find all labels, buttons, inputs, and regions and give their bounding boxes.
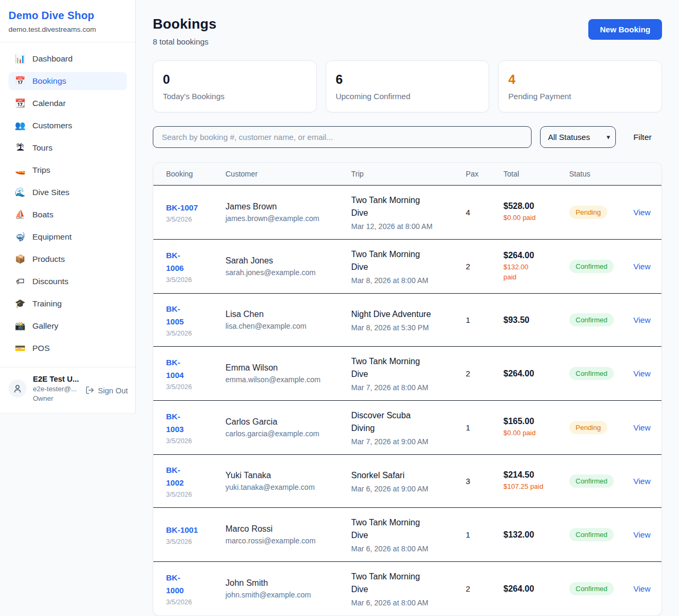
- camera-icon: 📸: [15, 322, 25, 330]
- sign-out-button[interactable]: Sign Out: [85, 386, 128, 395]
- booking-id-link[interactable]: BK-1007: [166, 201, 198, 214]
- stat-label: Upcoming Confirmed: [336, 92, 480, 101]
- sidebar-item-tours[interactable]: 🏝 Tours: [8, 139, 127, 157]
- booking-id-link[interactable]: BK-1001: [166, 524, 198, 536]
- pax-cell: 1: [466, 415, 503, 441]
- trip-cell: Two Tank Morning Dive Mar 6, 2026 at 8:0…: [351, 508, 466, 561]
- paid-amount: $107.25 paid: [503, 482, 564, 492]
- trip-name: Two Tank Morning Dive: [351, 355, 460, 381]
- new-booking-button[interactable]: New Booking: [588, 19, 662, 40]
- view-link[interactable]: View: [633, 584, 650, 593]
- sailboat-icon: ⛵: [15, 210, 25, 219]
- stat-value: 4: [508, 72, 652, 87]
- total-cell: $264.00: [503, 360, 569, 387]
- booking-date: 3/5/2026: [166, 437, 220, 445]
- table-body: BK-1007 3/5/2026 James Brown james.brown…: [153, 186, 661, 615]
- view-cell: View: [633, 307, 661, 333]
- booking-id-link[interactable]: BK- 1003: [166, 410, 184, 435]
- sidebar-item-boats[interactable]: ⛵ Boats: [8, 206, 127, 224]
- sidebar-item-dive-sites[interactable]: 🌊 Dive Sites: [8, 183, 127, 201]
- booking-date: 3/5/2026: [166, 599, 220, 606]
- booking-id-link[interactable]: BK- 1000: [166, 571, 184, 596]
- sidebar-item-equipment[interactable]: 🤿 Equipment: [8, 228, 127, 246]
- sidebar-item-trips[interactable]: 🚤 Trips: [8, 161, 127, 179]
- customer-name: Lisa Chen: [225, 310, 346, 319]
- total-amount: $264.00: [503, 369, 564, 379]
- customer-cell: James Brown james.brown@example.com: [225, 193, 351, 231]
- view-cell: View: [633, 522, 661, 548]
- view-link[interactable]: View: [633, 315, 650, 324]
- filter-row: All Statuses ▾ Filter: [153, 126, 662, 148]
- view-cell: View: [633, 468, 661, 494]
- total-amount: $165.00: [503, 417, 564, 426]
- total-cell: $264.00 $132.00 paid: [503, 242, 569, 291]
- total-cell: $132.00: [503, 522, 569, 548]
- trip-cell: Two Tank Morning Dive Mar 6, 2026 at 8:0…: [351, 562, 466, 615]
- sidebar-item-dashboard[interactable]: 📊 Dashboard: [8, 50, 127, 68]
- island-icon: 🏝: [15, 144, 25, 152]
- status-cell: Pending: [569, 412, 633, 443]
- status-cell: Pending: [569, 197, 633, 227]
- booking-date: 3/5/2026: [166, 276, 220, 284]
- booking-id-link[interactable]: BK- 1005: [166, 303, 184, 328]
- view-link[interactable]: View: [633, 477, 650, 486]
- sidebar-item-customers[interactable]: 👥 Customers: [8, 117, 127, 135]
- sidebar-item-calendar[interactable]: 📆 Calendar: [8, 94, 127, 112]
- customer-cell: Yuki Tanaka yuki.tanaka@example.com: [225, 462, 351, 500]
- customer-name: Marco Rossi: [225, 524, 346, 534]
- trip-datetime: Mar 6, 2026 at 8:00 AM: [351, 599, 460, 607]
- booking-id-link[interactable]: BK- 1002: [166, 464, 184, 489]
- booking-cell: BK- 1005 3/5/2026: [166, 294, 225, 346]
- trip-cell: Snorkel Safari Mar 6, 2026 at 9:00 AM: [351, 461, 466, 501]
- total-cell: $264.00: [503, 576, 569, 602]
- customer-cell: Carlos Garcia carlos.garcia@example.com: [225, 409, 351, 446]
- sidebar-nav: 📊 Dashboard 📅 Bookings 📆 Calendar 👥 Cust…: [0, 42, 135, 367]
- status-select-wrap: All Statuses ▾: [540, 126, 616, 148]
- filter-button[interactable]: Filter: [633, 133, 651, 142]
- total-cell: $165.00 $0.00 paid: [503, 408, 569, 447]
- booking-id-link[interactable]: BK- 1004: [166, 356, 184, 381]
- trip-cell: Two Tank Morning Dive Mar 12, 2026 at 8:…: [351, 186, 466, 239]
- brand-domain: demo.test.divestreams.com: [8, 25, 127, 33]
- customer-email: marco.rossi@example.com: [225, 536, 346, 545]
- search-input[interactable]: [153, 126, 532, 148]
- customer-cell: John Smith john.smith@example.com: [225, 570, 351, 608]
- user-email: e2e-tester@...: [33, 385, 79, 393]
- view-cell: View: [633, 415, 661, 441]
- view-link[interactable]: View: [633, 530, 650, 539]
- status-cell: Confirmed: [569, 358, 633, 389]
- pax-cell: 1: [466, 307, 503, 333]
- pax-cell: 2: [466, 576, 503, 602]
- column-header-pax: Pax: [466, 163, 503, 185]
- view-link[interactable]: View: [633, 423, 650, 432]
- calendar-date-icon: 📅: [15, 77, 25, 85]
- customer-name: James Brown: [225, 202, 346, 212]
- trip-cell: Two Tank Morning Dive Mar 7, 2026 at 8:0…: [351, 347, 466, 400]
- customer-email: lisa.chen@example.com: [225, 322, 346, 330]
- sidebar-item-pos[interactable]: 💳 POS: [8, 339, 127, 357]
- customer-email: emma.wilson@example.com: [225, 375, 346, 384]
- view-link[interactable]: View: [633, 369, 650, 378]
- status-filter-select[interactable]: All Statuses: [540, 126, 616, 148]
- customer-cell: Sarah Jones sarah.jones@example.com: [225, 248, 351, 285]
- sidebar-item-bookings[interactable]: 📅 Bookings: [8, 72, 127, 90]
- sidebar-item-training[interactable]: 🎓 Training: [8, 295, 127, 313]
- sidebar-item-products[interactable]: 📦 Products: [8, 250, 127, 268]
- trip-datetime: Mar 6, 2026 at 9:00 AM: [351, 485, 460, 493]
- sidebar-item-gallery[interactable]: 📸 Gallery: [8, 317, 127, 335]
- status-badge: Confirmed: [569, 582, 614, 595]
- column-header-customer: Customer: [225, 163, 351, 185]
- total-amount: $528.00: [503, 201, 564, 211]
- booking-id-link[interactable]: BK- 1006: [166, 249, 184, 274]
- view-link[interactable]: View: [633, 208, 650, 217]
- customer-email: yuki.tanaka@example.com: [225, 483, 346, 491]
- sidebar-item-discounts[interactable]: 🏷 Discounts: [8, 272, 127, 291]
- stat-card-upcoming-confirmed: 6Upcoming Confirmed: [326, 60, 490, 112]
- booking-cell: BK- 1002 3/5/2026: [166, 455, 225, 507]
- trip-name: Two Tank Morning Dive: [351, 570, 460, 596]
- user-name: E2E Test U...: [33, 375, 79, 383]
- avatar: [8, 380, 27, 398]
- logout-icon: [85, 386, 94, 395]
- view-link[interactable]: View: [633, 262, 650, 271]
- booking-cell: BK- 1000 3/5/2026: [166, 563, 225, 614]
